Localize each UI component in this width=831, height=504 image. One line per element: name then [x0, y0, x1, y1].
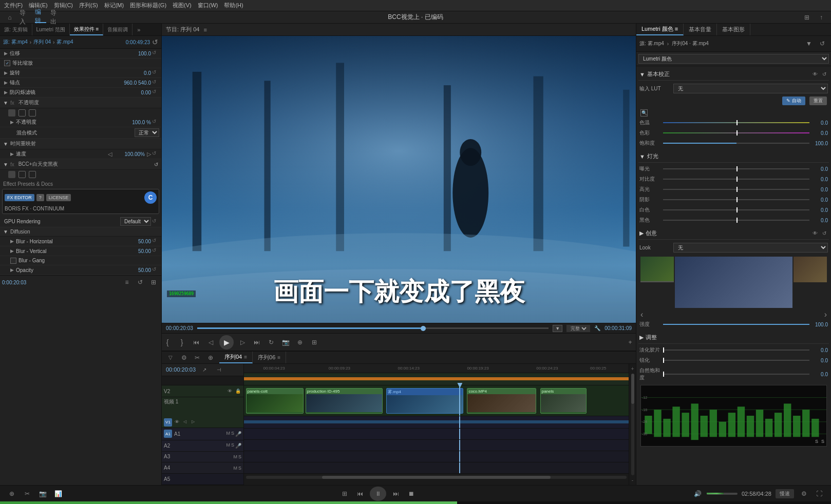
- volume-icon[interactable]: 🔊: [692, 488, 704, 499]
- v2-eye[interactable]: 👁: [226, 387, 233, 395]
- reset-all-btn[interactable]: ↺: [152, 38, 158, 46]
- look-select[interactable]: 无: [673, 243, 828, 253]
- v1-target-btn[interactable]: V1: [164, 418, 172, 427]
- bcc-reset[interactable]: ↺: [154, 162, 158, 167]
- volume-slider[interactable]: [707, 493, 738, 495]
- panel-action-1[interactable]: ≡: [121, 277, 133, 288]
- effects-controls-tab[interactable]: 效果控件 ≡: [70, 24, 104, 35]
- a1-target-btn[interactable]: A1: [164, 430, 172, 438]
- tl-seq6-close[interactable]: ≡: [277, 355, 280, 360]
- mark-in-btn[interactable]: {: [162, 337, 173, 348]
- pb-stop[interactable]: ⊞: [339, 488, 350, 499]
- flick-reset[interactable]: ↺: [152, 89, 159, 96]
- rs-dropdown[interactable]: ▼: [803, 38, 815, 49]
- share-icon[interactable]: ↑: [816, 12, 827, 23]
- black-slider[interactable]: [663, 220, 809, 221]
- pb-next-clip[interactable]: ⏭: [390, 488, 402, 499]
- creative-eye[interactable]: 👁: [811, 230, 819, 237]
- settings-icon[interactable]: ⚙: [798, 488, 809, 499]
- quality-select[interactable]: 完整 1/2 1/4: [566, 325, 590, 332]
- tl-v-scroll[interactable]: [631, 374, 634, 475]
- bt-clip[interactable]: ✂: [22, 488, 33, 499]
- panel-action-2[interactable]: ↺: [135, 277, 146, 288]
- rpt-graphics[interactable]: 基本图形: [717, 24, 750, 35]
- rs-reset[interactable]: ↺: [817, 38, 828, 49]
- film-t2[interactable]: [794, 257, 827, 282]
- monitor-menu-btn[interactable]: ≡: [203, 27, 206, 33]
- rpt-lumetri[interactable]: Lumetri 颜色 ≡: [636, 24, 684, 35]
- speed-kf1[interactable]: ◁: [108, 151, 112, 158]
- a1-m[interactable]: M: [226, 431, 230, 437]
- adj-header[interactable]: ▶ 调整: [638, 332, 829, 344]
- film-prev-btn[interactable]: ‹: [640, 310, 643, 319]
- eyedropper-icon[interactable]: 🔍: [640, 109, 648, 117]
- v1-eye[interactable]: 👁: [173, 418, 180, 425]
- pb-prev-clip[interactable]: ⏮: [354, 488, 366, 499]
- bt-graph[interactable]: 📊: [52, 488, 64, 499]
- play-pause-btn[interactable]: ▶: [219, 335, 234, 350]
- cont-slider[interactable]: [663, 179, 809, 180]
- film-next-btn[interactable]: ›: [824, 310, 827, 319]
- tl-settings-btn[interactable]: ⚙: [178, 352, 190, 363]
- menu-view[interactable]: 视图(V): [173, 2, 192, 9]
- bc-reset[interactable]: ↺: [821, 71, 828, 78]
- pb-pause[interactable]: ⏸: [370, 487, 386, 501]
- blur-v-reset[interactable]: ↺: [152, 247, 159, 255]
- add-track-btn[interactable]: +: [625, 337, 636, 348]
- tl-tool-ripple[interactable]: ⊣: [213, 364, 224, 375]
- go-to-out-btn[interactable]: ⏭: [251, 337, 262, 348]
- clip-link[interactable]: 雾.mp4: [56, 38, 73, 46]
- creative-header[interactable]: ▶ 创意 👁 ↺: [638, 227, 829, 240]
- tl-tool-selection[interactable]: ↗: [199, 364, 210, 375]
- menu-sequence[interactable]: 序列(S): [79, 2, 98, 9]
- light-header[interactable]: ▼ 灯光: [638, 150, 829, 163]
- opacity-icon3[interactable]: [29, 109, 36, 117]
- menu-window[interactable]: 窗口(W): [198, 2, 218, 9]
- tl-tool-btn[interactable]: ✂: [192, 352, 203, 363]
- exp-slider[interactable]: [663, 168, 809, 169]
- expand-icon[interactable]: ⊞: [801, 12, 813, 23]
- shad-slider[interactable]: [663, 199, 809, 200]
- bcc-icon1[interactable]: [8, 171, 15, 178]
- tl-seq6-tab[interactable]: 序列06 ≡: [253, 352, 286, 363]
- h-scrollbar-track[interactable]: [246, 476, 627, 479]
- anc-reset[interactable]: ↺: [152, 79, 159, 86]
- bt-import[interactable]: ⊕: [6, 488, 17, 499]
- auto-button[interactable]: ✎ 自动: [782, 96, 805, 105]
- timecode-dropdown[interactable]: ▼: [553, 325, 562, 332]
- audio-before-tab[interactable]: 音频前调: [103, 24, 133, 35]
- rpt-audio[interactable]: 基本音量: [684, 24, 717, 35]
- slow-btn[interactable]: 慢速: [776, 489, 794, 498]
- tl-v-thumb[interactable]: [631, 374, 634, 404]
- clip-production[interactable]: production ID-495: [306, 388, 383, 414]
- spd-reset[interactable]: ↺: [152, 150, 159, 158]
- time-remap-toggle[interactable]: ▼: [3, 141, 8, 147]
- loop-btn[interactable]: ↻: [266, 337, 277, 348]
- plus-icon[interactable]: +: [625, 337, 636, 348]
- diff-toggle[interactable]: ▼: [3, 229, 8, 235]
- basic-correction-header[interactable]: ▼ 基本校正 👁 ↺: [638, 68, 829, 81]
- go-to-in-btn[interactable]: ⏮: [191, 337, 202, 348]
- white-slider[interactable]: [663, 209, 809, 210]
- speed-kf2[interactable]: ▷: [147, 151, 151, 158]
- opacity-toggle[interactable]: ▼: [3, 100, 8, 106]
- temp-slider[interactable]: [663, 122, 809, 123]
- bt-camera[interactable]: 📷: [37, 488, 48, 499]
- opa-reset[interactable]: ↺: [152, 119, 159, 126]
- scrub-track[interactable]: [197, 327, 549, 329]
- bcc-icon2[interactable]: [18, 171, 26, 178]
- clip-mark-btn[interactable]: ⊕: [294, 337, 306, 348]
- clip-fog[interactable]: 雾.mp4: [386, 388, 463, 414]
- opacity-icon1[interactable]: [8, 109, 15, 117]
- position-reset[interactable]: ↺: [152, 50, 159, 57]
- sat-slider[interactable]: [663, 143, 809, 144]
- vib-slider[interactable]: [663, 374, 809, 375]
- camera-btn[interactable]: 📷: [280, 337, 291, 348]
- quality-dropdown[interactable]: 完整 1/2 1/4: [569, 325, 588, 332]
- uniform-scale-cb[interactable]: ✓: [4, 60, 10, 66]
- next-frame-btn[interactable]: ▷: [237, 337, 248, 348]
- a2-mic[interactable]: 🎤: [235, 442, 241, 449]
- sequence-link[interactable]: 序列 04: [33, 38, 51, 46]
- high-slider[interactable]: [663, 189, 809, 190]
- clip-panels[interactable]: panels: [540, 388, 587, 414]
